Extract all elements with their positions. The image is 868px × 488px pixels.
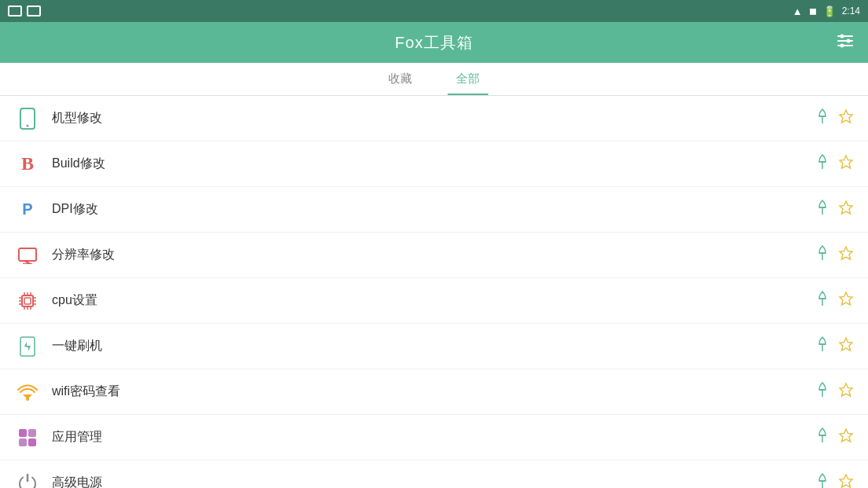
svg-marker-39	[840, 292, 852, 305]
flash-star[interactable]	[838, 336, 854, 356]
apps-actions	[815, 427, 854, 448]
model-icon	[14, 105, 41, 132]
signal-icon: ◼	[809, 6, 817, 17]
svg-point-7	[27, 124, 29, 127]
status-bar-left	[8, 6, 41, 17]
cpu-pin[interactable]	[815, 290, 830, 311]
wifi-actions	[815, 381, 854, 402]
status-bar-right: ▲ ◼ 🔋 2:14	[793, 6, 860, 17]
dpi-icon: P	[14, 196, 41, 223]
power-actions	[815, 472, 854, 488]
svg-point-4	[847, 39, 851, 42]
wifi-icon	[14, 379, 41, 405]
svg-marker-10	[840, 110, 852, 123]
svg-marker-55	[840, 429, 852, 442]
list-item[interactable]: 分辨率修改	[0, 233, 868, 278]
list-item[interactable]: 机型修改	[0, 96, 868, 141]
resolution-star[interactable]	[838, 245, 854, 265]
svg-rect-49	[19, 429, 27, 437]
svg-marker-16	[840, 201, 852, 214]
list-item[interactable]: 应用管理	[0, 415, 868, 460]
build-star[interactable]	[838, 154, 854, 174]
svg-marker-13	[840, 156, 852, 168]
svg-marker-58	[840, 475, 852, 487]
list-item[interactable]: cpu设置	[0, 278, 868, 324]
build-label: Build修改	[52, 156, 815, 172]
model-pin[interactable]	[815, 108, 830, 129]
tab-favorites[interactable]: 收藏	[366, 63, 434, 95]
power-star[interactable]	[838, 473, 854, 488]
apps-star[interactable]	[838, 427, 854, 447]
battery-icon: 🔋	[823, 6, 836, 17]
svg-rect-23	[22, 295, 33, 306]
status-time: 2:14	[842, 6, 860, 17]
svg-point-45	[26, 398, 29, 401]
svg-rect-24	[24, 298, 31, 304]
resolution-actions	[815, 244, 854, 266]
item-list: 机型修改 B Build修改 P DPI修改	[0, 96, 868, 488]
power-label: 高级电源	[52, 475, 815, 488]
status-box-1	[8, 6, 22, 17]
svg-rect-17	[19, 248, 36, 261]
resolution-label: 分辨率修改	[52, 247, 815, 263]
status-box-2	[27, 6, 41, 17]
resolution-icon	[14, 242, 41, 269]
cpu-icon	[14, 288, 41, 314]
svg-marker-22	[840, 247, 852, 259]
power-icon	[14, 470, 41, 489]
list-item[interactable]: 一键刷机	[0, 324, 868, 369]
tab-all[interactable]: 全部	[434, 63, 502, 95]
svg-rect-51	[19, 438, 27, 446]
model-actions	[815, 108, 854, 129]
dpi-pin[interactable]	[815, 199, 830, 220]
svg-point-5	[840, 43, 844, 47]
filter-button[interactable]	[837, 34, 854, 52]
status-bar: ▲ ◼ 🔋 2:14	[0, 0, 868, 22]
model-star[interactable]	[838, 108, 854, 128]
toolbar: Fox工具箱	[0, 22, 868, 63]
svg-rect-52	[28, 438, 36, 446]
dpi-label: DPI修改	[52, 201, 815, 218]
apps-pin[interactable]	[815, 427, 830, 448]
flash-pin[interactable]	[815, 336, 830, 357]
svg-point-3	[840, 34, 844, 38]
apps-icon	[14, 424, 41, 451]
apps-label: 应用管理	[52, 429, 815, 446]
wifi-star[interactable]	[838, 382, 854, 402]
flash-icon	[14, 333, 41, 360]
svg-marker-48	[840, 383, 852, 396]
resolution-pin[interactable]	[815, 244, 830, 266]
list-item[interactable]: B Build修改	[0, 141, 868, 187]
cpu-star[interactable]	[838, 291, 854, 310]
list-item[interactable]: wifi密码查看	[0, 369, 868, 415]
app-title: Fox工具箱	[395, 32, 473, 53]
list-item[interactable]: P DPI修改	[0, 187, 868, 233]
list-item[interactable]: 高级电源	[0, 460, 868, 488]
svg-marker-43	[840, 338, 852, 350]
cpu-label: cpu设置	[52, 292, 815, 309]
model-label: 机型修改	[52, 110, 815, 127]
cpu-actions	[815, 290, 854, 311]
tabs: 收藏 全部	[0, 63, 868, 96]
build-actions	[815, 153, 854, 174]
wifi-label: wifi密码查看	[52, 383, 815, 400]
dpi-actions	[815, 199, 854, 220]
svg-rect-50	[28, 429, 36, 437]
wifi-status-icon: ▲	[793, 6, 803, 17]
wifi-pin[interactable]	[815, 381, 830, 402]
flash-label: 一键刷机	[52, 338, 815, 354]
build-icon: B	[14, 151, 41, 178]
build-pin[interactable]	[815, 153, 830, 174]
flash-actions	[815, 336, 854, 357]
power-pin[interactable]	[815, 472, 830, 488]
dpi-star[interactable]	[838, 200, 854, 219]
